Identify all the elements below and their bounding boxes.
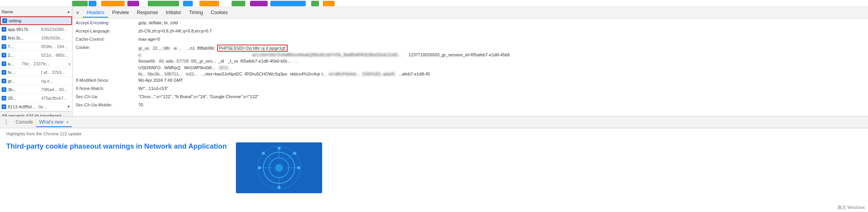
- request-id: 059fe... 194dfe4f...: [41, 44, 71, 49]
- svg-point-16: [293, 152, 296, 155]
- tab-headers[interactable]: Headers: [83, 8, 108, 18]
- request-name: 7...: [8, 44, 41, 49]
- header-sec-ch-ua-mobile-value: ?0: [138, 102, 865, 107]
- request-name: 3b...: [8, 87, 41, 92]
- doc-icon: d: [2, 61, 6, 66]
- doc-icon: d: [2, 87, 6, 92]
- cookie-part-userinfo: USERINFO WMNyQ Wrt1WP8ni0i8...: [138, 65, 215, 70]
- request-id: :0e...: [37, 104, 67, 109]
- request-item-2[interactable]: d fest.3c... 106c503e...: [0, 34, 72, 42]
- header-accept-encoding-value: gzip, deflate, br, zstd: [138, 20, 865, 25]
- requests-panel: Name ▲ d setting d app.9817b fc5522d280.…: [0, 7, 72, 116]
- doc-icon: d: [2, 79, 6, 83]
- close-button[interactable]: ✕: [76, 10, 80, 16]
- header-sec-ch-ua-value: "Chror...";v="122", "N Brand";v="24", "G…: [138, 94, 865, 99]
- header-if-none-match-value: W/"...11cd-c53": [138, 86, 865, 91]
- cookie-part-3: 6eeae6b 43; ada...57718 0f1_gr_ses...: [138, 59, 218, 63]
- request-id: f af... 37b3...: [41, 70, 71, 75]
- doc-icon: d: [2, 53, 6, 57]
- svg-point-11: [258, 166, 261, 169]
- more-options-icon[interactable]: ⋮: [3, 119, 9, 126]
- tab-preview[interactable]: Preview: [108, 8, 133, 18]
- header-row-sec-ch-ua-mobile: Sec-Ch-Ua-Mobile: ?0: [76, 102, 865, 110]
- header-row-cookie: Cookie: gr_us 22...; ldfc .w ... ...n1 l…: [76, 45, 865, 77]
- headers-panel: ✕ Headers Preview Response Initiator Tim…: [72, 7, 868, 116]
- request-item-6[interactable]: d hr... f af... 37b3...: [0, 68, 72, 77]
- header-row-accept-language: Accept-Language: zh-CN,zh;q=0.9,zh-HK;q=…: [76, 29, 865, 36]
- doc-icon: d: [2, 36, 6, 40]
- headers-tabs: ✕ Headers Preview Response Initiator Tim…: [72, 7, 868, 19]
- whats-new-close-icon[interactable]: ×: [66, 120, 69, 124]
- header-if-modified-since-value: Mo Apr 2024 7:49 GMT: [138, 78, 865, 83]
- request-id: 475acfbcb7...: [41, 96, 71, 101]
- header-cookie-label: Cookie:: [76, 45, 138, 50]
- header-accept-language-value: zh-CN,zh;q=0.9,zh-HK;q=0.8,en;q=0.7: [138, 29, 865, 33]
- request-item-1[interactable]: d app.9817b fc5522d280...: [0, 25, 72, 34]
- request-item-5[interactable]: d a... 79e... 2337fc... s: [0, 59, 72, 68]
- tab-response[interactable]: Response: [133, 8, 162, 18]
- tab-whats-new[interactable]: What's new ×: [36, 118, 72, 127]
- tab-initiator[interactable]: Initiator: [162, 8, 185, 18]
- doc-icon: d: [2, 44, 6, 49]
- request-id: 79f6a4... 05...: [41, 87, 71, 92]
- top-section: Name ▲ d setting d app.9817b fc5522d280.…: [0, 7, 868, 117]
- dropdown-icon: ▼: [67, 104, 71, 109]
- bottom-section: ⋮ Console What's new × Highlights from t…: [0, 117, 868, 212]
- header-row-accept-encoding: Accept-Encoding: gzip, deflate, br, zstd: [76, 20, 865, 28]
- request-item-7[interactable]: d gr... ng.e...: [0, 77, 72, 85]
- svg-point-13: [277, 147, 281, 150]
- request-name: a...: [8, 61, 22, 66]
- request-item-10[interactable]: d 8113.4c8f5dc27b... :0e... ▼: [0, 102, 72, 111]
- svg-point-4: [275, 164, 283, 172]
- request-item-8[interactable]: d 3b... 79f6a4... 05...: [0, 85, 72, 94]
- header-sec-ch-ua-mobile-label: Sec-Ch-Ua-Mobile:: [76, 102, 138, 107]
- header-cache-control-label: Cache-Control:: [76, 37, 138, 41]
- tab-console[interactable]: Console: [13, 118, 36, 127]
- header-row-if-modified-since: If-Modified-Since: Mo Apr 2024 7:49 GMT: [76, 78, 865, 86]
- bottom-tabs: ⋮ Console What's new ×: [0, 117, 868, 128]
- doc-icon: d: [2, 96, 6, 101]
- doc-icon: d: [2, 27, 6, 32]
- article-section: Third-party cookie phaseout warnings in …: [6, 142, 862, 193]
- header-if-none-match-label: If-None-Match:: [76, 86, 138, 91]
- tab-timing[interactable]: Timing: [185, 8, 207, 18]
- doc-icon: d: [2, 18, 7, 23]
- doc-icon: d: [2, 104, 6, 109]
- sort-asc-icon: ▲: [67, 9, 71, 14]
- header-accept-encoding-label: Accept-Encoding:: [76, 20, 138, 25]
- cookie-part-q: q aCLV0rVSN7SVkMRmoHbwkQREe6UzbYV5k_BeMD…: [138, 52, 401, 57]
- article-title[interactable]: Third-party cookie phaseout warnings in …: [6, 142, 227, 151]
- bottom-content: Highlights from the Chrome 122 update Th…: [0, 128, 868, 212]
- request-name: fest.3c...: [8, 36, 41, 40]
- request-item-setting[interactable]: d setting: [0, 16, 72, 25]
- header-cache-control-value: max-age=0: [138, 37, 865, 41]
- request-id: 79e... 2337fc...: [22, 61, 51, 66]
- requests-header: Name ▲: [0, 7, 72, 16]
- header-if-modified-since-label: If-Modified-Since:: [76, 78, 138, 83]
- request-name: 8113.4c8f5dc27b...: [8, 104, 37, 109]
- request-item-4[interactable]: d 2... 021d... 985cd5f...: [0, 51, 72, 59]
- cookie-part-5: 6c... 5bc2b... 105711... m21...: [138, 72, 201, 76]
- header-row-sec-ch-ua: Sec-Ch-Ua: "Chror...";v="122", "N Brand"…: [76, 94, 865, 102]
- article-text: Third-party cookie phaseout warnings in …: [6, 142, 227, 193]
- request-name: gr...: [8, 79, 41, 83]
- article-image: [236, 142, 322, 193]
- request-name: setting: [9, 18, 70, 23]
- request-item-9[interactable]: d 29... 475acfbcb7...: [0, 94, 72, 102]
- doc-icon: d: [2, 70, 6, 75]
- requests-footer: 58 requests 424 kb transferred: [0, 111, 72, 116]
- header-row-if-none-match: If-None-Match: W/"...11cd-c53": [76, 86, 865, 94]
- requests-count: 58 requests 424 kb transferred: [2, 113, 61, 117]
- cookie-part-1: gr_us 22...; ldfc .w ...: [138, 46, 182, 50]
- svg-point-15: [262, 152, 265, 155]
- headers-content: Accept-Encoding: gzip, deflate, br, zstd…: [72, 19, 868, 116]
- header-cookie-value: gr_us 22...; ldfc .w ... ...n1 lf8fab98c…: [138, 45, 865, 77]
- cookie-phpsessid-highlight: PHPSESSID=2iq ldbr uj d ppge1gf;: [217, 45, 288, 52]
- article-image-svg: [236, 142, 322, 193]
- highlights-text: Highlights from the Chrome 122 update: [6, 131, 862, 136]
- request-id: 106c503e...: [41, 36, 71, 40]
- request-item-3[interactable]: d 7... 059fe... 194dfe4f...: [0, 42, 72, 51]
- tab-cookies[interactable]: Cookies: [207, 8, 232, 18]
- request-id: fc5522d280...: [41, 27, 71, 32]
- requests-header-name: Name: [2, 9, 66, 14]
